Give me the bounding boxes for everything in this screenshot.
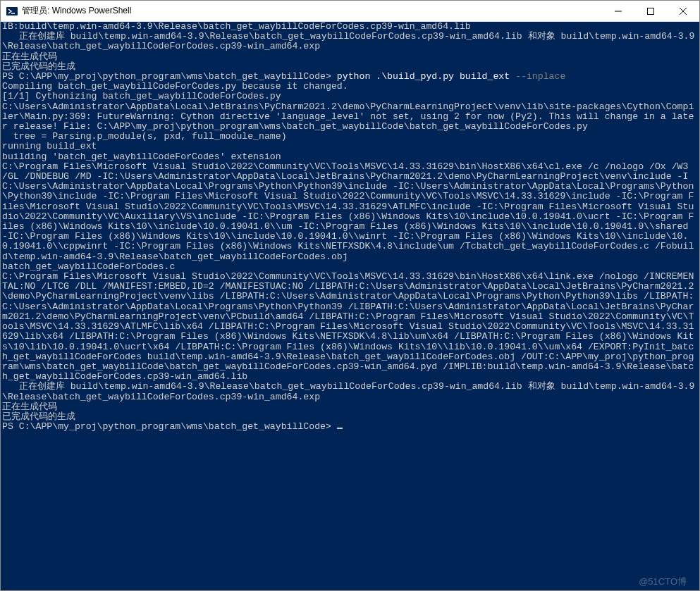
window-title: 管理员: Windows PowerShell <box>22 5 602 17</box>
output-line: 已完成代码的生成 <box>2 411 75 422</box>
output-line: tree = Parsing.p_module(s, pxd, full_mod… <box>2 131 287 142</box>
output-line: running build_ext <box>2 141 97 151</box>
terminal-output[interactable]: IB:build\temp.win-amd64-3.9\Release\batc… <box>1 22 699 590</box>
output-line: batch_get_waybillCodeForCodes.c <box>2 261 175 272</box>
output-line: 正在创建库 build\temp.win-amd64-3.9\Release\b… <box>2 381 694 402</box>
output-line: IB:build\temp.win-amd64-3.9\Release\batc… <box>2 22 471 32</box>
svg-rect-3 <box>648 8 654 14</box>
minimize-button[interactable] <box>602 1 634 21</box>
powershell-icon <box>6 6 18 17</box>
output-line: [1/1] Cythonizing batch_get_waybillCodeF… <box>2 91 281 101</box>
prompt-path: PS C:\APP\my_proj\python_program\wms\bat… <box>2 421 337 432</box>
output-line: C:\Program Files\Microsoft Visual Studio… <box>2 271 694 382</box>
output-line: building 'batch_get_waybillCodeForCodes'… <box>2 151 281 162</box>
watermark: @51CTO博 <box>639 577 687 587</box>
output-line: C:\Users\Administrator\AppData\Local\Jet… <box>2 101 694 132</box>
output-line: 正在创建库 build\temp.win-amd64-3.9\Release\b… <box>2 31 694 51</box>
command-text: python .\build_pyd.py build_ext <box>337 71 515 82</box>
output-line: C:\Program Files\Microsoft Visual Studio… <box>2 161 694 262</box>
output-line: 已完成代码的生成 <box>2 61 75 72</box>
output-line: Compiling batch_get_waybillCodeForCodes.… <box>2 81 348 92</box>
command-flag: --inplace <box>515 71 565 82</box>
powershell-window: 管理员: Windows PowerShell IB:build\temp.wi… <box>0 0 700 591</box>
maximize-button[interactable] <box>634 1 667 21</box>
output-line: 正在生成代码 <box>2 51 57 62</box>
titlebar[interactable]: 管理员: Windows PowerShell <box>1 1 699 22</box>
output-line: 正在生成代码 <box>2 402 57 412</box>
close-button[interactable] <box>667 1 699 21</box>
prompt-path: PS C:\APP\my_proj\python_program\wms\bat… <box>2 71 337 82</box>
cursor <box>337 428 343 429</box>
window-controls <box>602 1 699 21</box>
